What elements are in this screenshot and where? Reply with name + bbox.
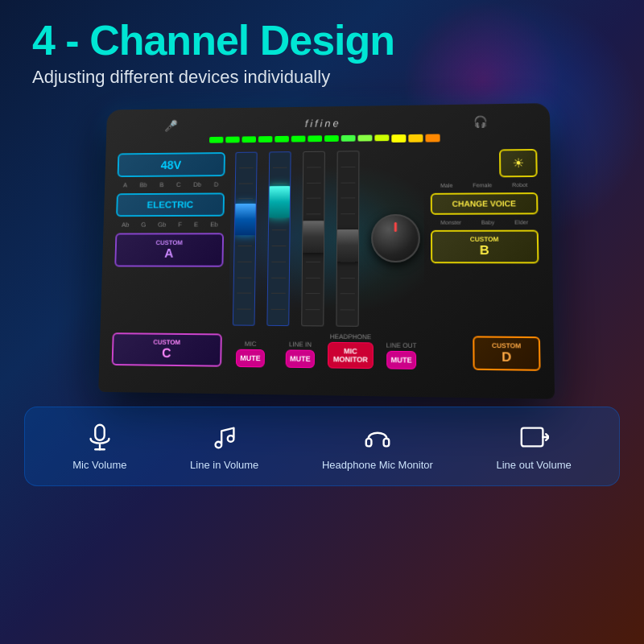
meter-bar-5 xyxy=(291,136,305,142)
note-label: B xyxy=(159,182,163,189)
left-panel: 48V ABbBCDbD ELECTRIC AbGGbFEEb CUSTOM A… xyxy=(112,152,225,367)
bottom-item-linein: Line in Volume xyxy=(190,422,258,471)
line-out-icon xyxy=(518,422,549,452)
fader-channel-3 xyxy=(297,151,328,327)
meter-bar-8 xyxy=(341,135,355,142)
note-label: Bb xyxy=(139,182,147,189)
btn-custom-d[interactable]: CUSTOM D xyxy=(473,336,540,372)
fader-track-3[interactable] xyxy=(301,151,325,327)
fader-marks-2 xyxy=(267,152,290,325)
meter-bar-6 xyxy=(308,135,322,142)
voice-labels-top: MaleFemaleRobot xyxy=(431,182,538,188)
brand-name: fifine xyxy=(305,118,341,130)
svg-point-3 xyxy=(215,442,221,448)
fader-track-4[interactable] xyxy=(336,151,359,327)
note-label: F xyxy=(178,221,182,229)
mic-icon xyxy=(85,422,115,452)
meter-bar-12 xyxy=(408,134,423,142)
fader-channel-4 xyxy=(332,151,362,327)
note-label: A xyxy=(123,182,127,189)
channel-label-2: HEADPHONE xyxy=(330,333,371,341)
note-label: Db xyxy=(193,181,201,188)
meter-bar-10 xyxy=(374,134,389,141)
voice-label: Female xyxy=(473,183,492,188)
bottom-section: Mic Volume Line in Volume Headphone Mic … xyxy=(24,407,620,486)
note-label: Eb xyxy=(210,221,218,229)
mute-btn-3[interactable]: MUTE xyxy=(386,351,415,369)
note-labels-top: ABbBCDbD xyxy=(117,181,225,189)
btn-electric[interactable]: ELECTRIC xyxy=(116,193,225,217)
svg-rect-5 xyxy=(366,439,372,447)
channel-label-1: LINE IN xyxy=(289,341,312,348)
voice-label: Monster xyxy=(440,220,461,225)
bottom-item-mic: Mic Volume xyxy=(72,422,126,471)
fader-track-1[interactable] xyxy=(232,152,257,326)
meter-bar-4 xyxy=(275,136,289,142)
headphone-icon-top: 🎧 xyxy=(473,115,487,128)
meter-bar-9 xyxy=(357,135,372,142)
note-label: E xyxy=(194,221,198,229)
channel-label-0: MIC xyxy=(245,341,257,348)
mute-btn-2[interactable]: MIC MONITOR xyxy=(328,342,374,369)
right-panel: ☀ MaleFemaleRobot CHANGE VOICE MonsterBa… xyxy=(431,149,541,371)
voice-label: Baby xyxy=(481,220,495,225)
fader-knob-3[interactable] xyxy=(301,221,325,253)
lineout-label: Line out Volume xyxy=(496,459,571,471)
note-labels-bottom: AbGGbFEEb xyxy=(116,221,225,229)
big-knob[interactable] xyxy=(371,214,420,262)
mute-btn-1[interactable]: MUTE xyxy=(286,350,315,369)
meter-bar-3 xyxy=(258,136,272,142)
big-knob-area xyxy=(367,151,424,328)
note-label: Gb xyxy=(158,221,166,229)
meter-bar-7 xyxy=(324,135,338,142)
btn-custom-b[interactable]: CUSTOM B xyxy=(431,230,539,264)
note-label: D xyxy=(214,181,219,188)
meter-bar-0 xyxy=(209,137,223,143)
mute-col-0: MICMUTE xyxy=(228,341,273,368)
mute-btn-0[interactable]: MUTE xyxy=(236,349,265,368)
mic-icon-top: 🎤 xyxy=(164,119,178,131)
faders-row xyxy=(229,151,424,328)
fader-knob-4[interactable] xyxy=(336,229,359,262)
fader-marks-1 xyxy=(233,153,256,325)
mute-col-3: LINE OUTMUTE xyxy=(378,342,424,370)
center-faders: MICMUTELINE INMUTEHEADPHONEMIC MONITORLI… xyxy=(228,151,424,370)
meter-bar-1 xyxy=(225,137,240,143)
device-content: 48V ABbBCDbD ELECTRIC AbGGbFEEb CUSTOM A… xyxy=(112,149,541,371)
headphone-icon xyxy=(362,422,393,452)
btn-48v[interactable]: 48V xyxy=(118,152,225,177)
music-note-icon xyxy=(209,422,240,452)
mute-col-2: HEADPHONEMIC MONITOR xyxy=(328,333,374,369)
btn-custom-c[interactable]: CUSTOM C xyxy=(112,332,222,367)
mic-label: Mic Volume xyxy=(72,459,126,471)
device-container: 🎤 fifine 🎧 48V ABbBCDbD ELECTRIC AbGGbFE… xyxy=(0,104,644,394)
mixer-device: 🎤 fifine 🎧 48V ABbBCDbD ELECTRIC AbGGbFE… xyxy=(98,103,555,399)
voice-label: Elder xyxy=(514,220,528,225)
header: 4 - Channel Design Adjusting different d… xyxy=(0,0,644,96)
note-label: G xyxy=(141,221,146,229)
btn-change-voice[interactable]: CHANGE VOICE xyxy=(431,192,539,215)
svg-rect-7 xyxy=(522,428,543,447)
fader-knob-2[interactable] xyxy=(267,187,291,218)
meter-bar-11 xyxy=(391,134,406,142)
fader-track-2[interactable] xyxy=(266,151,291,326)
mute-row: MICMUTELINE INMUTEHEADPHONEMIC MONITORLI… xyxy=(228,332,424,370)
svg-rect-6 xyxy=(384,439,390,447)
note-label: C xyxy=(176,181,181,188)
btn-custom-a[interactable]: CUSTOM A xyxy=(114,233,224,267)
svg-point-4 xyxy=(227,436,233,442)
meter-bar-2 xyxy=(242,137,256,143)
channel-label-3: LINE OUT xyxy=(386,342,417,350)
bottom-item-headphone: Headphone Mic Monitor xyxy=(322,422,433,471)
top-bar: 🎤 fifine 🎧 xyxy=(118,114,537,132)
btn-brightness[interactable]: ☀ xyxy=(499,149,538,177)
mute-col-1: LINE INMUTE xyxy=(278,341,323,368)
voice-label: Robot xyxy=(512,182,527,188)
fader-channel-1 xyxy=(229,152,261,326)
voice-label: Male xyxy=(440,183,452,188)
page-title: 4 - Channel Design xyxy=(32,18,612,64)
level-meters xyxy=(118,133,537,146)
meter-bar-13 xyxy=(425,134,440,142)
bottom-item-lineout: Line out Volume xyxy=(496,422,571,471)
fader-knob-1[interactable] xyxy=(233,204,257,235)
